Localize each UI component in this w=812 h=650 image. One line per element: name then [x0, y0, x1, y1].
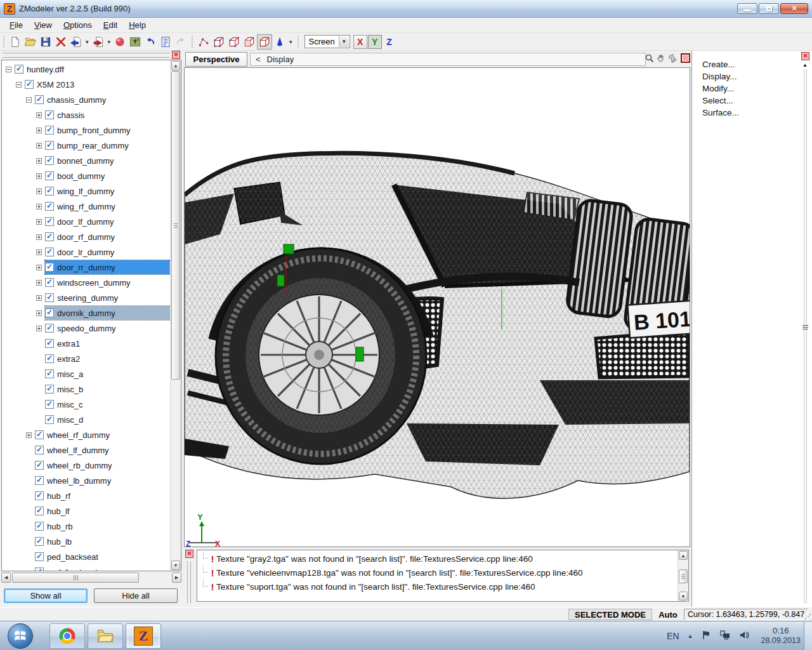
tree-item-hub-rb[interactable]: hub_rb	[2, 519, 169, 534]
panel-drag-handle[interactable]	[187, 561, 191, 603]
visibility-checkbox[interactable]	[35, 522, 44, 531]
visibility-checkbox[interactable]	[35, 430, 44, 439]
visibility-checkbox[interactable]	[35, 552, 44, 561]
scroll-right-icon[interactable]: ▶	[172, 573, 181, 583]
close-button[interactable]: ✕	[780, 3, 808, 14]
visibility-checkbox[interactable]	[15, 65, 23, 74]
expand-icon[interactable]	[35, 218, 43, 226]
delete-button[interactable]	[53, 34, 69, 50]
visibility-checkbox[interactable]	[45, 354, 54, 363]
new-file-button[interactable]	[8, 34, 23, 50]
visibility-checkbox[interactable]	[35, 491, 44, 500]
tree-item-windscreen-dummy[interactable]: windscreen_dummy	[2, 275, 169, 290]
command-select[interactable]: Select...	[692, 95, 812, 107]
tree-item-misc-b[interactable]: misc_b	[2, 381, 169, 397]
taskbar-app-explorer[interactable]	[88, 623, 123, 649]
scroll-down-icon[interactable]: ▼	[171, 560, 180, 570]
viewport-view-bar[interactable]: < Display	[250, 53, 646, 66]
visibility-checkbox[interactable]	[45, 385, 54, 394]
tree-item-door-rf-dummy[interactable]: door_rf_dummy	[2, 229, 169, 244]
tree-item-x5m-2013[interactable]: X5M 2013	[2, 77, 169, 92]
tree-item-bump-rear-dummy[interactable]: bump_rear_dummy	[2, 138, 169, 153]
expand-icon[interactable]	[35, 248, 43, 256]
maximize-viewport-button[interactable]	[681, 53, 690, 63]
visibility-checkbox[interactable]	[45, 369, 54, 378]
tree-item-speedo-dummy[interactable]: speedo_dummy	[2, 321, 169, 336]
visibility-checkbox[interactable]	[45, 308, 54, 317]
toolbar-grip[interactable]	[2, 36, 6, 48]
taskbar-app-zmodeler[interactable]: Z	[126, 623, 161, 649]
expand-icon[interactable]	[35, 142, 43, 150]
menu-edit[interactable]: Edit	[98, 18, 123, 32]
visibility-checkbox[interactable]	[35, 95, 44, 104]
collapse-icon[interactable]	[15, 81, 23, 89]
normals-tool-button[interactable]	[272, 34, 287, 50]
volume-icon[interactable]	[739, 630, 750, 643]
expand-icon[interactable]	[35, 263, 43, 272]
axis-z-toggle[interactable]: Z	[383, 35, 396, 49]
commands-scroll-grip[interactable]	[802, 325, 808, 331]
visibility-checkbox[interactable]	[45, 187, 54, 196]
tree-item-huntley-dff[interactable]: huntley.dff	[2, 62, 169, 77]
expand-icon[interactable]	[35, 309, 43, 317]
show-desktop-button[interactable]	[804, 621, 812, 650]
tree-item-wheel-rb-dummy[interactable]: wheel_rb_dummy	[2, 458, 169, 473]
tree-item-wheel-lf-dummy[interactable]: wheel_lf_dummy	[2, 442, 169, 458]
edges-mode-button[interactable]	[211, 34, 226, 50]
chevron-down-icon[interactable]: ▼	[339, 36, 349, 47]
resize-grip[interactable]	[804, 613, 812, 621]
expand-icon[interactable]	[35, 126, 43, 135]
tree-item-chassis[interactable]: chassis	[2, 107, 169, 123]
hide-all-button[interactable]: Hide all	[94, 588, 178, 603]
visibility-checkbox[interactable]	[35, 446, 44, 454]
visibility-checkbox[interactable]	[45, 248, 54, 256]
log-view-button[interactable]	[158, 34, 173, 50]
axis-y-toggle[interactable]: Y	[368, 35, 382, 49]
dummy-marker[interactable]	[284, 244, 294, 254]
scroll-down-icon[interactable]: ▼	[679, 592, 688, 600]
tree-vertical-scrollbar[interactable]: ▲ ▼	[170, 60, 181, 571]
tree-item-bump-front-dummy[interactable]: bump_front_dummy	[2, 123, 169, 138]
import-dropdown-icon[interactable]: ▾	[106, 39, 113, 45]
tree-item-ped-frontseat[interactable]: ped_frontseat	[2, 564, 169, 571]
objects-mode-button[interactable]	[257, 34, 272, 50]
view-mode-label[interactable]: Display	[267, 55, 294, 64]
orbit-tool-icon[interactable]	[667, 53, 678, 66]
command-display[interactable]: Display...	[692, 70, 812, 83]
tree-item-wheel-lb-dummy[interactable]: wheel_lb_dummy	[2, 473, 169, 488]
visibility-checkbox[interactable]	[45, 126, 54, 135]
coordinate-space-select[interactable]: Screen ▼	[304, 35, 350, 48]
command-modify[interactable]: Modify...	[692, 83, 812, 95]
minimize-button[interactable]	[737, 3, 757, 14]
close-icon[interactable]: ✕	[185, 550, 193, 558]
expand-icon[interactable]	[25, 431, 33, 439]
commands-scrollbar[interactable]	[804, 70, 807, 603]
visibility-checkbox[interactable]	[45, 232, 54, 241]
perspective-viewport[interactable]: B 101	[184, 67, 690, 547]
tree-item-wheel-rf-dummy[interactable]: wheel_rf_dummy	[2, 427, 169, 442]
viewport-tab-perspective[interactable]: Perspective	[185, 52, 247, 67]
expand-icon[interactable]	[35, 172, 43, 180]
visibility-checkbox[interactable]	[45, 293, 54, 302]
toolbar-grip[interactable]	[190, 36, 194, 48]
vertices-mode-button[interactable]	[196, 34, 211, 50]
pan-tool-icon[interactable]	[656, 53, 666, 66]
import-file-button[interactable]	[91, 34, 106, 50]
tree-item-door-lr-dummy[interactable]: door_lr_dummy	[2, 244, 169, 260]
visibility-checkbox[interactable]	[45, 156, 54, 165]
tree-item-hub-lf[interactable]: hub_lf	[2, 503, 169, 519]
close-icon[interactable]: ✕	[172, 51, 180, 59]
close-icon[interactable]: ✕	[801, 52, 809, 60]
undo-button[interactable]	[143, 34, 158, 50]
expand-icon[interactable]	[35, 157, 43, 165]
tree-item-hub-rf[interactable]: hub_rf	[2, 488, 169, 503]
collapse-icon[interactable]	[25, 96, 33, 104]
tree-item-boot-dummy[interactable]: boot_dummy	[2, 168, 169, 183]
hidden-icons-arrow-icon[interactable]: ▲	[688, 633, 693, 639]
view-back-icon[interactable]: <	[251, 55, 267, 64]
expand-icon[interactable]	[35, 202, 43, 211]
polygons-mode-button[interactable]	[226, 34, 242, 50]
visibility-checkbox[interactable]	[45, 415, 54, 424]
tree-item-hub-lb[interactable]: hub_lb	[2, 534, 169, 549]
material-editor-button[interactable]	[112, 34, 128, 50]
